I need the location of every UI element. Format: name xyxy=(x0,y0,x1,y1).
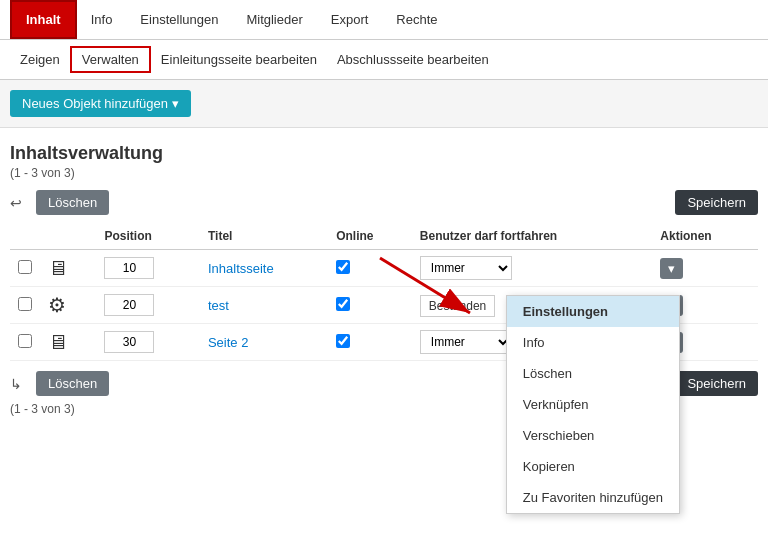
row2-checkbox[interactable] xyxy=(18,297,32,311)
menu-item-info[interactable]: Info xyxy=(507,327,679,358)
menu-item-favoriten[interactable]: Zu Favoriten hinzufügen xyxy=(507,482,679,513)
nav-info[interactable]: Info xyxy=(77,2,127,37)
row1-icon-cell: 🖥 xyxy=(40,250,96,287)
page-icon: 🖥 xyxy=(48,331,68,353)
undo-icon[interactable]: ↩ xyxy=(10,195,22,211)
col-aktionen: Aktionen xyxy=(652,223,758,250)
subnav-abschluss[interactable]: Abschlussseite bearbeiten xyxy=(327,48,499,71)
row2-position-cell xyxy=(96,287,200,324)
row3-icon-cell: 🖥 xyxy=(40,324,96,361)
toolbar: Neues Objekt hinzufügen xyxy=(0,80,768,128)
table-top-controls: ↩ Löschen Speichern xyxy=(10,190,758,215)
row1-benutzer-select[interactable]: Immer Bestanden xyxy=(420,256,512,280)
row2-checkbox-cell xyxy=(10,287,40,324)
row1-position-cell xyxy=(96,250,200,287)
record-count: (1 - 3 von 3) xyxy=(10,166,758,180)
subnav-zeigen[interactable]: Zeigen xyxy=(10,48,70,71)
page-title: Inhaltsverwaltung xyxy=(10,143,758,164)
save-button-bottom[interactable]: Speichern xyxy=(675,371,758,396)
table-row: 🖥 Inhaltsseite Immer Bestanden xyxy=(10,250,758,287)
nav-inhalt[interactable]: Inhalt xyxy=(10,0,77,39)
row1-online-checkbox[interactable] xyxy=(336,260,350,274)
menu-item-kopieren[interactable]: Kopieren xyxy=(507,451,679,482)
menu-item-einstellungen[interactable]: Einstellungen xyxy=(507,296,679,327)
col-benutzer: Benutzer darf fortfahren xyxy=(412,223,653,250)
row3-checkbox-cell xyxy=(10,324,40,361)
row2-title-cell: test xyxy=(200,287,328,324)
row3-benutzer-select[interactable]: Immer Bestanden xyxy=(420,330,512,354)
row3-position-input[interactable] xyxy=(104,331,154,353)
subnav-verwalten[interactable]: Verwalten xyxy=(70,46,151,73)
col-position: Position xyxy=(96,223,200,250)
nav-einstellungen[interactable]: Einstellungen xyxy=(126,2,232,37)
delete-button-bottom[interactable]: Löschen xyxy=(36,371,109,396)
row2-benutzer-label: Bestanden xyxy=(420,295,495,317)
row2-title-link[interactable]: test xyxy=(208,298,229,313)
row1-title-link[interactable]: Inhaltsseite xyxy=(208,261,274,276)
row3-title-cell: Seite 2 xyxy=(200,324,328,361)
nav-rechte[interactable]: Rechte xyxy=(382,2,451,37)
top-navigation: Inhalt Info Einstellungen Mitglieder Exp… xyxy=(0,0,768,40)
col-title: Titel xyxy=(200,223,328,250)
settings-icon: ⚙ xyxy=(48,294,66,316)
menu-item-loeschen[interactable]: Löschen xyxy=(507,358,679,389)
row3-online-cell xyxy=(328,324,412,361)
add-object-button[interactable]: Neues Objekt hinzufügen xyxy=(10,90,191,117)
action-dropdown-menu: Einstellungen Info Löschen Verknüpfen Ve… xyxy=(506,295,680,514)
menu-item-verschieben[interactable]: Verschieben xyxy=(507,420,679,451)
row1-title-cell: Inhaltsseite xyxy=(200,250,328,287)
row3-title-link[interactable]: Seite 2 xyxy=(208,335,248,350)
col-checkbox xyxy=(10,223,40,250)
row2-online-cell xyxy=(328,287,412,324)
row3-online-checkbox[interactable] xyxy=(336,334,350,348)
col-icon xyxy=(40,223,96,250)
delete-button-top[interactable]: Löschen xyxy=(36,190,109,215)
row2-position-input[interactable] xyxy=(104,294,154,316)
link-icon: ↳ xyxy=(10,376,22,392)
nav-mitglieder[interactable]: Mitglieder xyxy=(232,2,316,37)
row2-icon-cell: ⚙ xyxy=(40,287,96,324)
row2-online-checkbox[interactable] xyxy=(336,297,350,311)
save-button-top[interactable]: Speichern xyxy=(675,190,758,215)
row3-checkbox[interactable] xyxy=(18,334,32,348)
row1-action-button[interactable]: ▾ xyxy=(660,258,683,279)
row1-action-cell: ▾ xyxy=(652,250,758,287)
menu-item-verknuepfen[interactable]: Verknüpfen xyxy=(507,389,679,420)
col-online: Online xyxy=(328,223,412,250)
row1-checkbox[interactable] xyxy=(18,260,32,274)
row1-online-cell xyxy=(328,250,412,287)
page-icon: 🖥 xyxy=(48,257,68,279)
subnav-einleitung[interactable]: Einleitungsseite bearbeiten xyxy=(151,48,327,71)
row1-benutzer-cell: Immer Bestanden xyxy=(412,250,653,287)
row3-position-cell xyxy=(96,324,200,361)
row1-checkbox-cell xyxy=(10,250,40,287)
nav-export[interactable]: Export xyxy=(317,2,383,37)
sub-navigation: Zeigen Verwalten Einleitungsseite bearbe… xyxy=(0,40,768,80)
row1-position-input[interactable] xyxy=(104,257,154,279)
